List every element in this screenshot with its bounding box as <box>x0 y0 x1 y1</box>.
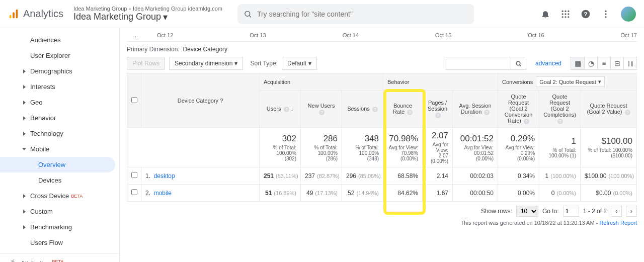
bell-icon[interactable] <box>540 9 550 19</box>
sidebar-item-audiences[interactable]: Audiences <box>0 32 119 48</box>
search-icon <box>244 10 252 19</box>
logo-text: Analytics <box>23 8 63 20</box>
svg-point-5 <box>562 10 564 12</box>
view-pie-icon[interactable]: ◔ <box>584 57 597 69</box>
svg-rect-0 <box>10 15 12 18</box>
svg-line-20 <box>520 64 521 66</box>
apps-icon[interactable] <box>560 9 571 19</box>
table-search-input[interactable] <box>446 57 511 70</box>
sidebar-sub-devices[interactable]: Devices <box>0 172 119 188</box>
next-page-button[interactable]: › <box>626 206 637 217</box>
data-table: Device Category ? Acquisition Behavior C… <box>127 73 637 202</box>
svg-point-7 <box>568 10 569 12</box>
table-row: 2. mobile 51(16.89%) 49(17.13%) 52(14.94… <box>127 185 637 202</box>
svg-rect-1 <box>13 12 15 18</box>
sidebar-item-benchmarking[interactable]: Benchmarking <box>0 219 119 235</box>
refresh-report-link[interactable]: Refresh Report <box>599 220 637 226</box>
primary-dimension: Primary Dimension: Device Category <box>127 42 637 57</box>
goto-label: Go to: <box>542 208 559 215</box>
breadcrumb[interactable]: Idea Marketing Group › Idea Marketing Gr… <box>73 6 222 23</box>
summary-row: 302% of Total: 100.00% (302) 286% of Tot… <box>127 128 637 167</box>
view-bar-icon[interactable]: ≡ <box>597 57 610 69</box>
svg-point-19 <box>516 61 520 65</box>
secondary-dimension-dropdown[interactable]: Secondary dimension ▾ <box>169 57 243 70</box>
sidebar-item-users-flow[interactable]: Users Flow <box>0 235 119 250</box>
help-icon[interactable]: ? <box>220 98 223 104</box>
sort-type-dropdown[interactable]: Default ▾ <box>282 57 317 70</box>
search-box[interactable] <box>237 4 474 24</box>
group-behavior: Behavior <box>383 73 498 91</box>
chart-ellipsis: … <box>133 32 138 38</box>
sort-down-icon: ↓ <box>291 106 294 112</box>
search-icon <box>515 60 522 67</box>
generated-note: This report was generated on 10/18/22 at… <box>127 220 637 226</box>
goal-select[interactable]: Goal 2: Quote Request ▾ <box>536 76 605 87</box>
show-rows-select[interactable]: 10 <box>516 206 538 217</box>
row-checkbox[interactable] <box>131 189 137 195</box>
view-table-icon[interactable]: ▦ <box>571 57 584 69</box>
svg-point-16 <box>605 10 606 12</box>
row-checkbox[interactable] <box>131 172 137 178</box>
col-completions[interactable]: Quote Request (Goal 2 Completions) ? <box>539 91 581 128</box>
logo[interactable]: Analytics <box>8 8 63 20</box>
group-conversions: Conversions Goal 2: Quote Request ▾ <box>498 73 637 91</box>
group-acquisition: Acquisition <box>260 73 383 91</box>
table-search-button[interactable] <box>511 57 526 70</box>
col-pages-session[interactable]: Pages / Session ? <box>423 91 453 128</box>
sidebar-item-interests[interactable]: Interests <box>0 79 119 95</box>
col-avg-session-duration[interactable]: Avg. Session Duration ? <box>453 91 498 128</box>
chart-date-axis: … Oct 12 Oct 13 Oct 14 Oct 15 Oct 16 Oct… <box>127 32 637 42</box>
account-name: Idea Marketing Group <box>73 12 161 22</box>
col-sessions[interactable]: Sessions ? <box>342 91 383 128</box>
svg-point-17 <box>605 13 606 15</box>
sidebar-item-user-explorer[interactable]: User Explorer <box>0 48 119 63</box>
more-vert-icon[interactable] <box>601 9 611 19</box>
svg-point-6 <box>565 10 566 12</box>
col-goal-value[interactable]: Quote Request (Goal 2 Value) ? <box>581 91 637 128</box>
search-input[interactable] <box>257 10 468 18</box>
col-bounce-rate[interactable]: Bounce Rate ? <box>383 91 423 128</box>
col-new-users[interactable]: New Users ? <box>301 91 342 128</box>
sidebar-item-cross-device[interactable]: Cross DeviceBETA <box>0 188 119 204</box>
table-row: 1. desktop 251(83.11%) 237(82.87%) 296(8… <box>127 167 637 185</box>
caret-down-icon: ▾ <box>163 12 168 23</box>
page-range: 1 - 2 of 2 <box>583 208 607 215</box>
sidebar: Audiences User Explorer Demographics Int… <box>0 28 120 262</box>
advanced-link[interactable]: advanced <box>535 60 561 67</box>
caret-down-icon: ▾ <box>308 60 311 67</box>
select-all-checkbox[interactable] <box>127 73 141 128</box>
svg-point-9 <box>565 13 566 15</box>
svg-text:?: ? <box>584 11 587 17</box>
sidebar-item-technology[interactable]: Technology <box>0 126 119 141</box>
view-pivot-icon[interactable]: ⫿⫿ <box>623 57 636 69</box>
analytics-icon <box>8 9 19 20</box>
col-device-category[interactable]: Device Category ? <box>141 73 260 128</box>
svg-line-4 <box>249 15 251 17</box>
sidebar-item-geo[interactable]: Geo <box>0 95 119 110</box>
svg-point-8 <box>562 13 564 15</box>
svg-point-11 <box>562 16 564 18</box>
avatar[interactable] <box>621 7 636 22</box>
help-icon[interactable]: ? <box>581 9 591 19</box>
sidebar-item-mobile[interactable]: Mobile <box>0 141 119 157</box>
svg-point-10 <box>568 13 569 15</box>
view-comp-icon[interactable]: ⊟ <box>610 57 623 69</box>
sidebar-item-attribution[interactable]: న AttributionBETA <box>0 253 119 262</box>
breadcrumb-2: Idea Marketing Group ideamktg.com <box>133 6 222 12</box>
svg-point-18 <box>605 16 606 18</box>
col-users[interactable]: Users ? ↓ <box>260 91 301 128</box>
sidebar-item-behavior[interactable]: Behavior <box>0 110 119 126</box>
svg-rect-2 <box>16 9 18 18</box>
sidebar-item-custom[interactable]: Custom <box>0 204 119 219</box>
goto-input[interactable] <box>563 206 579 217</box>
col-conversion-rate[interactable]: Quote Request (Goal 2 Conversion Rate) ? <box>498 91 539 128</box>
plot-rows-button: Plot Rows <box>127 57 165 70</box>
sidebar-item-demographics[interactable]: Demographics <box>0 63 119 79</box>
svg-point-3 <box>245 11 250 16</box>
sidebar-sub-overview[interactable]: Overview <box>0 157 115 172</box>
breadcrumb-1: Idea Marketing Group <box>73 6 127 12</box>
svg-point-13 <box>568 16 569 18</box>
view-toggles: ▦ ◔ ≡ ⊟ ⫿⫿ <box>571 57 637 70</box>
prev-page-button[interactable]: ‹ <box>611 206 622 217</box>
svg-point-12 <box>565 16 566 18</box>
